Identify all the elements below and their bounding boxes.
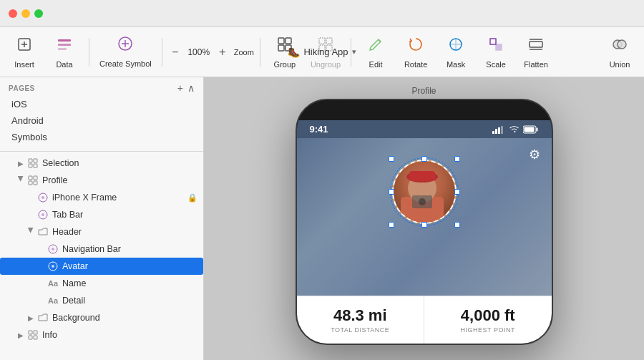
arrow-icon: ▶ [16, 331, 26, 339]
mask-button[interactable]: Mask [437, 32, 474, 72]
page-list: iOS Android Symbols [0, 96, 203, 151]
layer-label: Info [42, 330, 57, 340]
layer-selection[interactable]: ▶ Selection [0, 155, 203, 172]
layer-detail[interactable]: Aa Detail [0, 292, 203, 309]
insert-button[interactable]: Insert [6, 32, 43, 72]
arrow-icon: ▶ [26, 314, 36, 322]
svg-rect-26 [34, 164, 37, 167]
arrow-icon: ▶ [27, 227, 35, 237]
svg-rect-8 [286, 38, 291, 44]
add-page-button[interactable]: + [177, 83, 183, 93]
handle-r [454, 189, 460, 195]
svg-rect-3 [58, 39, 71, 42]
pages-header: PAGES + ∧ [0, 77, 203, 96]
svg-rect-24 [34, 159, 37, 162]
flatten-button[interactable]: Flatten [517, 32, 555, 72]
svg-rect-4 [58, 44, 71, 46]
pages-actions: + ∧ [177, 83, 195, 93]
avatar-container [392, 160, 457, 224]
mask-icon [447, 36, 464, 57]
collapse-pages-button[interactable]: ∧ [187, 83, 195, 93]
layer-profile[interactable]: ▶ Profile [0, 172, 203, 189]
page-ios[interactable]: iOS [6, 96, 197, 112]
svg-point-32 [42, 196, 44, 199]
stats-section: 48.3 mi TOTAL DISTANCE 4,000 ft HIGHEST … [297, 296, 552, 344]
stat-elevation-value: 4,000 ft [431, 306, 545, 325]
layer-label: iPhone X Frame [52, 193, 117, 203]
app-title[interactable]: 🥾 Hiking App ▾ [288, 47, 356, 58]
layer-iphone-frame[interactable]: iPhone X Frame 🔒 [0, 189, 203, 206]
status-icons [492, 125, 539, 134]
handle-bl [389, 222, 394, 228]
rotate-button[interactable]: Rotate [397, 32, 434, 72]
data-button[interactable]: Data [46, 32, 83, 72]
svg-rect-42 [34, 336, 37, 339]
stat-elevation: 4,000 ft HIGHEST POINT [424, 296, 552, 344]
layer-header[interactable]: ▶ Header [0, 223, 203, 240]
edit-button[interactable]: Edit [357, 32, 394, 72]
handle-tl [389, 156, 394, 162]
lock-icon: 🔒 [187, 193, 197, 203]
handle-br [454, 222, 460, 228]
avatar [392, 160, 457, 224]
edit-icon [367, 36, 384, 57]
layer-nav-bar[interactable]: Navigation Bar [0, 240, 203, 258]
group-icon [27, 329, 39, 341]
zoom-label: Zoom [234, 48, 254, 57]
union-icon [611, 36, 628, 57]
page-symbols[interactable]: Symbols [6, 129, 197, 145]
layer-label: Header [52, 227, 82, 237]
layer-label: Avatar [62, 261, 88, 271]
union-button[interactable]: Union [601, 32, 638, 72]
separator-3 [260, 38, 260, 67]
create-symbol-button[interactable]: Create Symbol [95, 32, 156, 72]
scale-icon [487, 36, 504, 57]
svg-rect-39 [29, 331, 32, 334]
folder-icon [37, 312, 49, 323]
iphone-frame: 9:41 [296, 99, 553, 345]
svg-rect-25 [29, 164, 32, 167]
svg-rect-12 [326, 38, 332, 44]
layer-avatar[interactable]: Avatar [0, 258, 203, 275]
svg-rect-28 [34, 176, 37, 180]
stat-distance-value: 48.3 mi [304, 306, 417, 325]
iphone-screen: 9:41 [297, 120, 552, 344]
scale-button[interactable]: Scale [477, 32, 514, 72]
svg-rect-46 [501, 126, 503, 134]
folder-icon [37, 226, 49, 238]
avatar-image [394, 161, 455, 223]
svg-rect-30 [34, 181, 37, 185]
iphone-mockup: 9:41 [296, 99, 553, 345]
handle-tr [454, 156, 460, 162]
svg-rect-44 [495, 129, 497, 134]
layer-label: Profile [42, 175, 67, 185]
layer-background[interactable]: ▶ Background [0, 309, 203, 326]
svg-point-34 [42, 213, 44, 216]
layer-label: Tab Bar [52, 210, 83, 220]
stat-distance-label: TOTAL DISTANCE [304, 326, 417, 334]
stat-elevation-label: HIGHEST POINT [431, 326, 545, 334]
close-button[interactable] [9, 9, 17, 18]
arrow-icon: ▶ [17, 175, 25, 185]
minimize-button[interactable] [21, 9, 30, 18]
component-icon [37, 192, 49, 203]
status-bar: 9:41 [297, 120, 552, 138]
zoom-out-button[interactable]: − [168, 45, 182, 59]
page-android[interactable]: Android [6, 112, 197, 129]
fullscreen-button[interactable] [34, 9, 43, 18]
component-icon [37, 209, 49, 220]
rotate-icon [407, 36, 424, 57]
svg-rect-7 [278, 38, 284, 44]
svg-rect-18 [530, 42, 542, 47]
zoom-in-button[interactable]: + [215, 45, 230, 59]
layer-info[interactable]: ▶ Info [0, 326, 203, 344]
zoom-controls: − 100% + Zoom [168, 45, 254, 59]
layer-name[interactable]: Aa Name [0, 275, 203, 292]
artboard-label: Profile [411, 86, 436, 96]
canvas[interactable]: Profile 9:41 [204, 77, 644, 360]
svg-rect-5 [58, 48, 67, 50]
handle-l [389, 189, 394, 195]
layer-tab-bar[interactable]: Tab Bar [0, 206, 203, 223]
separator-1 [89, 38, 89, 67]
svg-rect-45 [498, 127, 500, 134]
